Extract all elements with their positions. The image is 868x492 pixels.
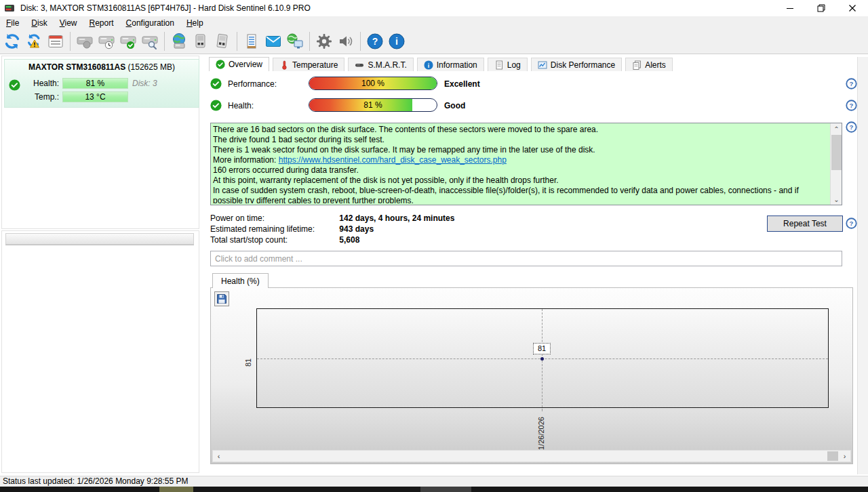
sync-warning-button[interactable] — [24, 31, 44, 52]
stat-row: Power on time: 142 days, 4 hours, 24 min… — [210, 213, 685, 224]
health-help-icon[interactable]: ? — [846, 100, 857, 111]
sounds-button[interactable] — [336, 31, 356, 52]
chart-data-point — [540, 357, 544, 361]
textbox-scrollbar[interactable]: ⌃ ⌄ — [830, 123, 842, 205]
tab-alerts[interactable]: Alerts — [625, 58, 673, 71]
report-icon — [47, 33, 64, 50]
svg-text:?: ? — [850, 123, 854, 131]
stat-label: Total start/stop count: — [210, 235, 337, 245]
pages-icon — [632, 60, 642, 70]
chart-scroll-left-icon[interactable]: ‹ — [213, 451, 224, 462]
sidebar-health-bar: 81 % — [62, 78, 128, 89]
bottom-strip-segment — [159, 487, 193, 492]
help-icon: ? — [366, 33, 384, 50]
sync-warning-icon — [25, 33, 43, 50]
svg-text:i: i — [395, 36, 398, 47]
status-bar: Status last updated: 1/26/2026 Monday 9:… — [0, 476, 868, 487]
menu-file[interactable]: File — [0, 18, 25, 28]
disk-search-icon — [141, 33, 159, 50]
sync-button[interactable] — [2, 31, 22, 52]
save-chart-button[interactable] — [214, 291, 229, 306]
performance-help-icon[interactable]: ? — [846, 78, 857, 89]
stat-value: 142 days, 4 hours, 24 minutes — [339, 213, 454, 223]
info-circle-icon: i — [424, 60, 433, 70]
weak-sectors-link[interactable]: https://www.hdsentinel.com/hard_disk_cas… — [279, 155, 507, 165]
disk-status-textbox[interactable]: There are 16 bad sectors on the disk sur… — [210, 123, 842, 205]
chart-scroll-right-icon[interactable]: › — [839, 451, 850, 462]
menu-disk[interactable]: Disk — [25, 18, 53, 28]
disk-check-button[interactable] — [118, 31, 138, 52]
svg-text:?: ? — [850, 80, 854, 87]
performance-gauge-value: 100 % — [309, 77, 437, 89]
tab-label: Temperature — [292, 60, 338, 70]
settings-button[interactable] — [314, 31, 334, 52]
tab-information[interactable]: i Information — [417, 58, 484, 71]
minimize-button[interactable] — [774, 0, 806, 16]
svg-text:i: i — [428, 62, 429, 68]
chart-scrollbar[interactable]: ‹ › — [212, 450, 851, 462]
sidebar-temp-label: Temp.: — [18, 92, 59, 102]
repeat-test-button[interactable]: Repeat Test — [767, 216, 843, 232]
menu-help[interactable]: Help — [180, 18, 210, 28]
email-button[interactable] — [263, 31, 283, 52]
tab-label: Overview — [229, 60, 262, 69]
disk-tester-button[interactable] — [191, 31, 211, 52]
sidebar-lower-header — [5, 233, 194, 245]
sidebar-health-label: Health: — [18, 79, 59, 88]
restore-icon — [817, 4, 825, 12]
check-circle-icon — [216, 60, 225, 69]
health-check-icon — [210, 100, 222, 111]
comment-input[interactable] — [210, 251, 842, 266]
menu-configuration[interactable]: Configuration — [120, 18, 180, 28]
disk-search-button[interactable] — [140, 31, 160, 52]
close-icon — [848, 4, 856, 12]
disk-clock-button[interactable] — [96, 31, 117, 52]
gear-icon — [315, 33, 333, 50]
scrollbar-thumb[interactable] — [831, 135, 842, 170]
scroll-down-icon[interactable]: ⌄ — [831, 194, 842, 205]
menu-report[interactable]: Report — [83, 18, 120, 28]
thermometer-icon — [279, 60, 289, 70]
status-help-icon[interactable]: ? — [846, 121, 857, 133]
menu-view[interactable]: View — [54, 18, 83, 28]
health-chart-plot: 81 — [256, 308, 829, 408]
scroll-up-icon[interactable]: ⌃ — [831, 123, 842, 134]
disk-list-item-selected[interactable]: MAXTOR STM3160811AS (152625 MB) Health: … — [4, 59, 199, 108]
disk-tester2-button[interactable] — [212, 31, 233, 52]
email-icon — [264, 33, 282, 50]
health-gauge: 81 % — [309, 98, 437, 112]
network-disk-button[interactable] — [169, 31, 189, 52]
status-line: There are 16 bad sectors on the disk sur… — [213, 125, 828, 135]
tab-smart[interactable]: S.M.A.R.T. — [348, 58, 413, 71]
more-info-prefix: More information: — [213, 155, 279, 165]
speaker-icon — [337, 33, 355, 50]
help-button[interactable]: ? — [365, 31, 385, 52]
tab-overview[interactable]: Overview — [209, 57, 269, 71]
information-button[interactable]: i — [387, 31, 407, 52]
tab-log[interactable]: Log — [488, 58, 528, 71]
disk-button[interactable] — [75, 31, 95, 52]
report-button[interactable] — [45, 31, 66, 52]
disk-status-text: There are 16 bad sectors on the disk sur… — [213, 125, 828, 203]
health-chart-tab[interactable]: Health (%) — [212, 273, 269, 288]
content-right-rail — [857, 57, 868, 474]
network-disk-icon — [170, 33, 188, 50]
tab-temperature[interactable]: Temperature — [273, 58, 344, 71]
close-button[interactable] — [837, 0, 868, 16]
disk-clock-icon — [98, 33, 115, 50]
disk-check-icon — [119, 33, 137, 50]
bottom-strip-segment — [420, 487, 471, 492]
stat-value: 943 days — [339, 224, 374, 234]
restore-button[interactable] — [806, 0, 837, 16]
chart-scrollbar-thumb[interactable] — [827, 451, 838, 461]
toolbar-separator — [309, 32, 310, 51]
chart-gridline-vertical-extension — [542, 409, 542, 411]
disk-flat-icon — [355, 60, 364, 70]
repeat-test-help-icon[interactable]: ? — [846, 218, 857, 229]
notes-button[interactable] — [241, 31, 262, 52]
network-status-button[interactable] — [285, 31, 305, 52]
tab-disk-performance[interactable]: Disk Performance — [531, 58, 622, 71]
performance-rating: Excellent — [444, 79, 480, 89]
hard-disk-sentinel-window: Disk: 3, MAXTOR STM3160811AS [6PT4H76J] … — [0, 0, 868, 492]
health-label: Health: — [228, 101, 254, 110]
